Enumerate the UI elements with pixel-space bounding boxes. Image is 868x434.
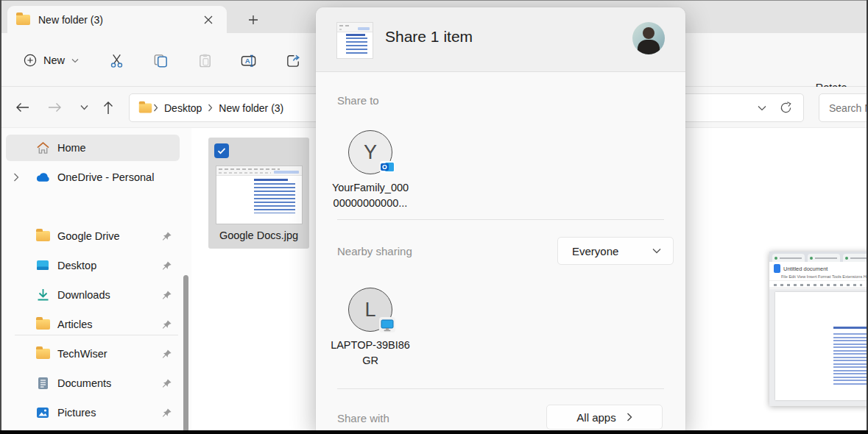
device-name-line2: GR <box>316 353 425 369</box>
copy-icon <box>152 52 169 69</box>
paste-button[interactable] <box>195 51 214 70</box>
close-tab-button[interactable] <box>199 10 218 29</box>
window-edge <box>0 0 1 434</box>
sidebar-item-articles[interactable]: Articles <box>6 311 180 338</box>
recent-locations-button[interactable] <box>74 97 94 118</box>
up-button[interactable] <box>98 97 119 118</box>
refresh-icon <box>780 102 792 114</box>
plus-circle-icon <box>24 54 37 67</box>
share-dialog-title: Share 1 item <box>385 28 473 46</box>
check-icon <box>217 147 226 154</box>
home-icon <box>35 140 50 155</box>
pin-icon <box>161 231 172 242</box>
share-to-label: Share to <box>337 94 379 107</box>
nearby-sharing-label: Nearby sharing <box>337 245 412 257</box>
sidebar-item-desktop[interactable]: Desktop <box>6 252 180 279</box>
chevron-right-icon[interactable] <box>13 173 24 182</box>
arrow-right-icon <box>48 102 62 113</box>
docs-title: Untitled document <box>783 266 828 272</box>
breadcrumb-chevron-icon <box>208 104 213 112</box>
google-docs-icon <box>774 264 780 273</box>
sidebar-item-techwiser[interactable]: TechWiser <box>6 341 180 367</box>
all-apps-label: All apps <box>576 411 615 424</box>
share-button[interactable] <box>283 51 303 70</box>
pin-icon <box>161 378 172 389</box>
sidebar-item-label: Downloads <box>57 289 110 301</box>
refresh-button[interactable] <box>780 102 792 114</box>
tab-new-folder[interactable]: New folder (3) <box>7 6 227 34</box>
nearby-scope-value: Everyone <box>572 245 652 257</box>
sidebar-item-label: TechWiser <box>57 348 107 360</box>
new-button[interactable]: New <box>15 46 88 75</box>
folder-icon <box>35 346 50 361</box>
new-tab-button[interactable] <box>243 10 264 30</box>
window-edge <box>0 430 868 434</box>
navigation-pane: Home OneDrive - Personal Google Drive De… <box>0 128 191 430</box>
onedrive-cloud-icon <box>35 170 50 185</box>
image-preview-popup: Untitled document File Edit View Insert … <box>769 252 868 406</box>
download-icon <box>35 288 50 302</box>
sidebar-item-label: Google Drive <box>57 230 120 242</box>
file-thumbnail <box>216 166 302 224</box>
pin-icon <box>161 319 172 330</box>
docs-toolbar <box>769 280 868 288</box>
chevron-down-icon <box>758 105 766 111</box>
all-apps-button[interactable]: All apps <box>546 405 663 430</box>
folder-icon <box>35 229 50 243</box>
arrow-up-icon <box>103 101 113 115</box>
close-icon <box>204 15 213 24</box>
browser-tab-strip <box>769 252 868 262</box>
contact-name-line2: 00000000000... <box>316 196 425 211</box>
sidebar-item-google-drive[interactable]: Google Drive <box>6 223 180 249</box>
tab-title: New folder (3) <box>38 14 199 26</box>
rename-button[interactable]: A <box>239 51 258 70</box>
selected-checkbox[interactable] <box>214 143 229 158</box>
share-icon <box>285 52 302 69</box>
sidebar-item-downloads[interactable]: Downloads <box>6 282 180 308</box>
sidebar-scrollbar[interactable] <box>183 275 188 434</box>
sidebar-item-home[interactable]: Home <box>6 135 180 161</box>
outlook-icon <box>378 158 396 176</box>
chevron-down-icon <box>71 58 79 63</box>
pin-icon <box>161 290 172 301</box>
forward-button[interactable] <box>44 97 65 118</box>
share-contact[interactable]: Y YourFamily_000 00000000000... <box>316 130 425 211</box>
svg-text:A: A <box>245 57 250 65</box>
back-button[interactable] <box>12 97 32 118</box>
share-dialog-header: Share 1 item <box>316 7 685 72</box>
contact-name-line1: YourFamily_000 <box>316 180 425 196</box>
chevron-right-icon <box>627 413 632 421</box>
section-divider <box>337 388 664 389</box>
nearby-device[interactable]: L LAPTOP-39BI86 GR <box>316 288 425 369</box>
sidebar-item-documents[interactable]: Documents <box>6 370 180 396</box>
file-tile-google-docs[interactable]: Google Docs.jpg <box>208 138 309 249</box>
file-explorer-window: New folder (3) New A <box>0 0 868 434</box>
cut-button[interactable] <box>107 51 126 70</box>
pc-icon <box>378 316 396 333</box>
docs-header: Untitled document <box>769 262 868 275</box>
sidebar-item-label: OneDrive - Personal <box>57 171 154 183</box>
section-divider <box>337 219 664 220</box>
share-with-label: Share with <box>337 412 389 424</box>
breadcrumb-chevron-icon <box>153 104 158 112</box>
pin-icon <box>161 408 172 419</box>
file-name: Google Docs.jpg <box>208 230 309 241</box>
share-item-thumbnail <box>337 23 373 58</box>
copy-button[interactable] <box>151 51 170 70</box>
pictures-icon <box>35 405 50 420</box>
breadcrumb-desktop[interactable]: Desktop <box>159 100 207 116</box>
document-icon <box>35 376 50 391</box>
address-dropdown-button[interactable] <box>758 105 766 111</box>
search-input[interactable] <box>829 102 868 114</box>
sidebar-item-onedrive[interactable]: OneDrive - Personal <box>6 164 180 191</box>
nearby-scope-dropdown[interactable]: Everyone <box>557 237 674 265</box>
search-box[interactable] <box>819 93 868 122</box>
user-avatar[interactable] <box>632 22 665 54</box>
sidebar-item-label: Articles <box>57 319 93 330</box>
sidebar-item-pictures[interactable]: Pictures <box>6 399 180 426</box>
chevron-down-icon <box>652 248 661 254</box>
pin-icon <box>161 260 172 271</box>
breadcrumb-new-folder[interactable]: New folder (3) <box>214 100 289 116</box>
rename-icon: A <box>240 52 258 69</box>
sidebar-item-label: Pictures <box>57 407 96 419</box>
